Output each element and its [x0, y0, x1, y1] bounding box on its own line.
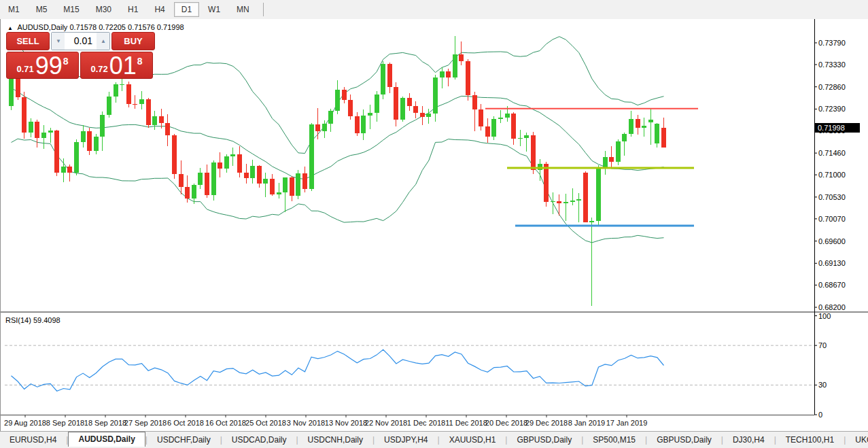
date-axis-tick: 8 Sep 2018	[46, 419, 84, 427]
chart-title: ▲ AUDUSD,Daily 0.71578 0.72205 0.71576 0…	[7, 23, 184, 31]
timeframe-button-m1[interactable]: M1	[1, 2, 27, 17]
price-axis-tick: 0.68670	[818, 281, 866, 289]
timeframe-button-h1[interactable]: H1	[120, 2, 145, 17]
indicator-label: RSI(14) 59.4098	[5, 316, 60, 324]
lot-increase-button[interactable]: ▲	[97, 33, 109, 50]
sell-button[interactable]: SELL	[6, 32, 50, 50]
date-axis-tick: 13 Nov 2018	[325, 419, 367, 427]
chart-tab-eurusd-h4[interactable]: EURUSD,H4	[0, 433, 66, 447]
ask-price-prefix: 0.72	[90, 63, 107, 76]
bid-price-big: 99	[35, 56, 63, 76]
chart-tab-ukoil-h1[interactable]: UKOil,H1	[846, 433, 868, 447]
collapse-triangle-icon[interactable]: ▲	[7, 25, 13, 31]
timeframe-button-w1[interactable]: W1	[201, 2, 228, 17]
date-axis-tick: 17 Jan 2019	[606, 419, 648, 427]
one-click-trading-panel: SELL ▼ 0.01 ▲ BUY 0.71998 0.72018	[6, 32, 155, 79]
buy-price-button[interactable]: 0.72018	[80, 52, 153, 79]
date-axis-tick: 22 Nov 2018	[365, 419, 407, 427]
lot-size-spinner: ▼ 0.01 ▲	[51, 32, 110, 50]
timeframe-button-m15[interactable]: M15	[56, 2, 86, 17]
trading-platform-window: M1M5M15M30H1H4D1W1MN ▲ AUDUSD,Daily 0.71…	[0, 0, 868, 448]
chart-tab-sp500-m15[interactable]: SP500,M15	[583, 433, 645, 447]
price-axis-tick: 0.69130	[818, 259, 866, 267]
chart-tab-usdcnh-daily[interactable]: USDCNH,Daily	[298, 433, 372, 447]
price-axis-tick: 0.70530	[818, 193, 866, 201]
chart-tab-bar: EURUSD,H4|AUDUSD,Daily|USDCHF,Daily|USDC…	[0, 431, 868, 447]
date-axis-tick: 25 Oct 2018	[245, 419, 286, 427]
date-axis-tick: 1 Dec 2018	[407, 419, 445, 427]
timeframe-button-m5[interactable]: M5	[29, 2, 55, 17]
price-axis-tick: 0.69600	[818, 237, 866, 245]
timeframe-button-h4[interactable]: H4	[147, 2, 172, 17]
toolbar-separator	[263, 3, 264, 16]
lot-decrease-button[interactable]: ▼	[52, 33, 65, 50]
chart-tab-xauusd-h1[interactable]: XAUUSD,H1	[440, 433, 506, 447]
chart-tab-gbpusd-daily[interactable]: GBPUSD,Daily	[507, 433, 581, 447]
price-axis-tick: 0.68200	[818, 303, 866, 311]
rsi-axis-tick: 70	[818, 341, 866, 349]
chart-tab-audusd-daily[interactable]: AUDUSD,Daily	[68, 432, 145, 447]
price-axis-tick: 0.72860	[818, 83, 866, 91]
timeframe-button-d1[interactable]: D1	[174, 2, 199, 17]
date-axis-tick: 18 Sep 2018	[84, 419, 126, 427]
date-axis-tick: 8 Jan 2019	[568, 419, 605, 427]
chart-window: ▲ AUDUSD,Daily 0.71578 0.72205 0.71576 0…	[0, 19, 868, 431]
ask-price-big: 01	[109, 56, 137, 76]
rsi-axis-tick: 30	[818, 381, 866, 389]
chart-tab-usdcad-daily[interactable]: USDCAD,Daily	[222, 433, 296, 447]
bid-price-prefix: 0.71	[16, 63, 33, 76]
date-axis-tick: 29 Dec 2018	[525, 419, 568, 427]
chart-symbol-label: AUDUSD,Daily	[17, 23, 67, 31]
chart-tab-tech100-h1[interactable]: TECH100,H1	[776, 433, 844, 447]
price-axis-tick: 0.72390	[818, 105, 866, 113]
price-chart[interactable]	[1, 19, 868, 431]
date-axis-tick: 16 Oct 2018	[205, 419, 246, 427]
rsi-axis-tick: 0	[818, 411, 866, 419]
price-axis-tick: 0.71460	[818, 149, 866, 157]
current-price-badge: 0.71998	[815, 123, 860, 133]
rsi-line	[12, 349, 664, 391]
buy-button[interactable]: BUY	[111, 32, 155, 50]
date-axis-tick: 6 Oct 2018	[167, 419, 204, 427]
date-axis-tick: 27 Sep 2018	[124, 419, 167, 427]
date-axis-tick: 29 Aug 2018	[4, 419, 46, 427]
rsi-axis-tick: 100	[818, 312, 866, 320]
chart-tab-usdchf-daily[interactable]: USDCHF,Daily	[147, 433, 220, 447]
chart-tab-usdjpy-h4[interactable]: USDJPY,H4	[375, 433, 437, 447]
sell-price-button[interactable]: 0.71998	[6, 52, 79, 79]
price-axis-tick: 0.73790	[818, 39, 866, 47]
price-axis-tick: 0.71000	[818, 171, 866, 179]
price-axis-tick: 0.70070	[818, 215, 866, 223]
chart-tab-gbpusd-daily[interactable]: GBPUSD,Daily	[647, 433, 721, 447]
lot-size-value[interactable]: 0.01	[65, 33, 97, 50]
date-axis-tick: 3 Nov 2018	[287, 419, 325, 427]
price-axis-tick: 0.73330	[818, 61, 866, 69]
timeframe-button-mn[interactable]: MN	[229, 2, 257, 17]
bid-price-pipette: 8	[63, 56, 69, 67]
chart-ohlc-values: 0.71578 0.72205 0.71576 0.71998	[69, 23, 184, 31]
date-axis-tick: 11 Dec 2018	[445, 419, 487, 427]
ask-price-pipette: 8	[137, 56, 143, 67]
timeframe-toolbar: M1M5M15M30H1H4D1W1MN	[0, 0, 868, 20]
date-axis-tick: 20 Dec 2018	[485, 419, 527, 427]
timeframe-button-m30[interactable]: M30	[88, 2, 119, 17]
chart-tab-dj30-h4[interactable]: DJ30,H4	[723, 433, 774, 447]
